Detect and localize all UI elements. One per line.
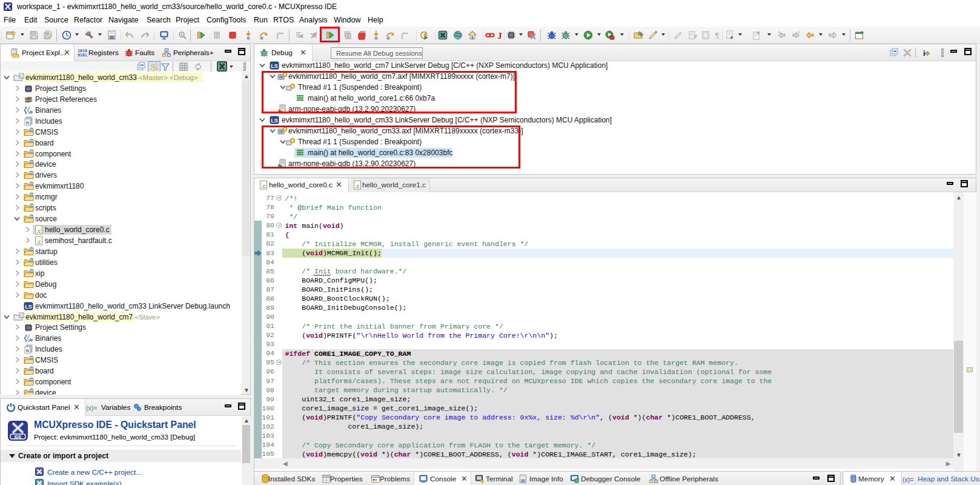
svg-text:.c: .c xyxy=(37,238,42,244)
svg-text:IDE: IDE xyxy=(15,435,22,439)
svg-text:¶: ¶ xyxy=(715,31,720,40)
svg-text:LS: LS xyxy=(25,303,32,309)
svg-text:.c: .c xyxy=(37,227,42,234)
svg-text:.c: .c xyxy=(262,182,267,189)
svg-text:(x)=: (x)= xyxy=(86,404,97,412)
svg-text:h: h xyxy=(26,348,29,353)
svg-text:010: 010 xyxy=(110,36,114,39)
svg-text:010: 010 xyxy=(521,479,526,482)
svg-text:C: C xyxy=(20,74,23,78)
svg-text:LS: LS xyxy=(271,63,278,69)
svg-text:0101: 0101 xyxy=(78,53,87,58)
svg-text:J: J xyxy=(497,31,502,40)
svg-text:.c: .c xyxy=(356,182,360,189)
svg-text:LS: LS xyxy=(271,118,278,124)
svg-text:h: h xyxy=(26,120,29,125)
svg-text:(x)=: (x)= xyxy=(902,476,913,483)
svg-text:C: C xyxy=(20,313,23,317)
